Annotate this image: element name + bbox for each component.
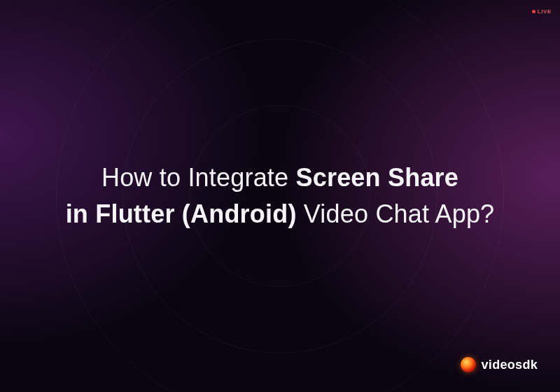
headline-segment: How to Integrate <box>102 163 296 192</box>
headline-segment: Screen Share <box>296 163 459 192</box>
brand: videosdk <box>461 357 538 372</box>
live-badge-label: LIVE <box>538 8 552 15</box>
brand-name: videosdk <box>482 358 538 372</box>
headline: How to Integrate Screen Share in Flutter… <box>34 160 526 232</box>
headline-segment: in Flutter (Android) <box>66 200 304 228</box>
live-dot-icon <box>532 10 536 13</box>
headline-segment: Video Chat App? <box>304 200 495 228</box>
live-badge: LIVE <box>532 8 552 15</box>
brand-logo-icon <box>461 357 476 372</box>
